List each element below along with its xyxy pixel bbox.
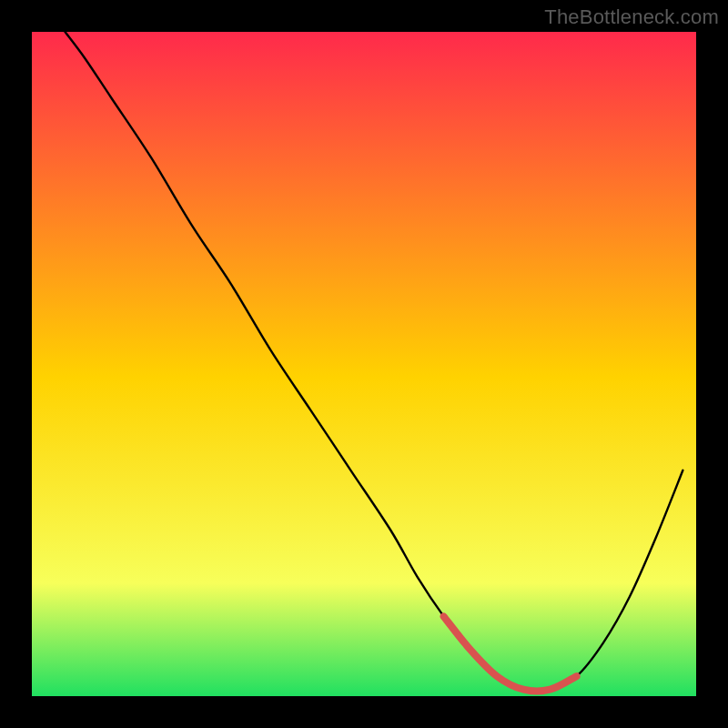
gradient-background <box>32 32 696 696</box>
plot-area <box>32 32 696 696</box>
watermark-text: TheBottleneck.com <box>544 5 719 29</box>
chart-svg <box>32 32 696 696</box>
